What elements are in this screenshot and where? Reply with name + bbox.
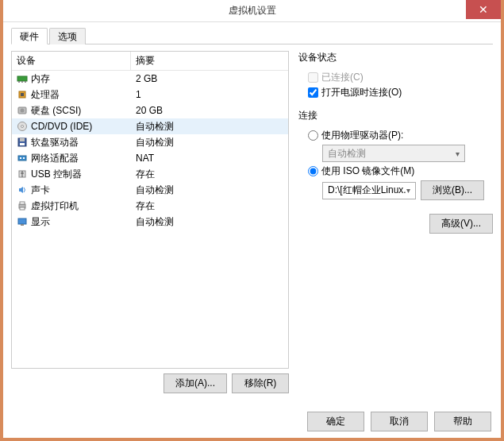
hardware-row[interactable]: 虚拟打印机存在 <box>12 198 288 214</box>
use-iso-label: 使用 ISO 镜像文件(M) <box>321 164 414 178</box>
left-button-row: 添加(A)... 移除(R) <box>11 373 289 393</box>
power-on-connect-checkbox[interactable]: 打开电源时连接(O) <box>308 86 491 99</box>
svg-rect-11 <box>20 138 25 141</box>
device-summary: 20 GB <box>131 105 288 116</box>
remove-button[interactable]: 移除(R) <box>232 373 289 393</box>
status-group-title: 设备状态 <box>298 51 493 64</box>
device-name: 声卡 <box>31 184 50 197</box>
display-icon <box>17 216 28 227</box>
connection-group-body: 使用物理驱动器(P): 自动检测 ▾ 使用 ISO 镜像文件(M) D:\[红帽… <box>297 126 493 211</box>
hardware-list: 设备 摘要 内存2 GB处理器1硬盘 (SCSI)20 GBCD/DVD (ID… <box>11 51 289 369</box>
iso-path-select[interactable]: D:\[红帽企业Linux. ▾ <box>322 182 416 199</box>
hardware-row[interactable]: 硬盘 (SCSI)20 GB <box>12 103 288 118</box>
svg-rect-14 <box>20 157 21 159</box>
connected-label: 已连接(C) <box>321 71 364 84</box>
advanced-row: 高级(V)... <box>297 214 493 234</box>
help-button[interactable]: 帮助 <box>434 412 491 431</box>
cd-icon <box>17 121 28 132</box>
svg-rect-15 <box>23 157 25 159</box>
tab-options[interactable]: 选项 <box>49 28 86 44</box>
svg-point-7 <box>21 109 25 113</box>
device-name: 显示 <box>31 215 50 229</box>
disk-icon <box>17 105 28 116</box>
physical-drive-select: 自动检测 ▾ <box>322 145 465 162</box>
device-name: 软盘驱动器 <box>31 136 79 149</box>
svg-rect-13 <box>18 156 26 161</box>
col-summary-header[interactable]: 摘要 <box>131 52 288 70</box>
hardware-row[interactable]: 声卡自动检测 <box>12 182 288 198</box>
svg-rect-18 <box>20 202 25 204</box>
hardware-list-header: 设备 摘要 <box>12 52 288 71</box>
add-button[interactable]: 添加(A)... <box>164 373 227 393</box>
power-on-connect-input[interactable] <box>308 87 318 98</box>
use-iso-radio[interactable]: 使用 ISO 镜像文件(M) <box>308 164 491 178</box>
svg-rect-20 <box>18 219 26 224</box>
svg-rect-3 <box>25 81 26 83</box>
usb-icon <box>17 168 28 180</box>
device-name: 虚拟打印机 <box>31 199 79 213</box>
device-name: USB 控制器 <box>31 168 82 181</box>
memory-icon <box>17 73 28 84</box>
hardware-list-body: 内存2 GB处理器1硬盘 (SCSI)20 GBCD/DVD (IDE)自动检测… <box>12 71 288 230</box>
device-name: 硬盘 (SCSI) <box>31 104 81 118</box>
close-button[interactable]: ✕ <box>466 0 501 19</box>
device-summary: 存在 <box>131 199 288 213</box>
use-physical-radio-input[interactable] <box>308 130 318 141</box>
settings-window: 虚拟机设置 ✕ 硬件 选项 设备 摘要 内存2 GB处理器1硬盘 (SCSI)2… <box>3 0 501 438</box>
device-name: CD/DVD (IDE) <box>31 121 92 132</box>
svg-rect-19 <box>20 207 25 210</box>
hardware-row[interactable]: 处理器1 <box>12 87 288 103</box>
iso-row: D:\[红帽企业Linux. ▾ 浏览(B)... <box>322 180 491 200</box>
titlebar: 虚拟机设置 ✕ <box>3 0 501 22</box>
ok-button[interactable]: 确定 <box>307 412 364 431</box>
device-name: 内存 <box>31 72 50 86</box>
device-summary: 自动检测 <box>131 136 288 149</box>
device-name: 处理器 <box>31 88 60 102</box>
power-on-connect-label: 打开电源时连接(O) <box>321 86 402 99</box>
main-row: 设备 摘要 内存2 GB处理器1硬盘 (SCSI)20 GBCD/DVD (ID… <box>11 51 493 393</box>
left-column: 设备 摘要 内存2 GB处理器1硬盘 (SCSI)20 GBCD/DVD (ID… <box>11 51 289 393</box>
svg-rect-2 <box>21 81 23 83</box>
iso-path-value: D:\[红帽企业Linux. <box>328 184 406 197</box>
svg-rect-1 <box>18 81 20 83</box>
cancel-button[interactable]: 取消 <box>371 412 428 431</box>
advanced-button[interactable]: 高级(V)... <box>429 214 493 234</box>
svg-rect-21 <box>21 224 24 226</box>
device-summary: 自动检测 <box>131 215 288 229</box>
printer-icon <box>17 200 28 211</box>
right-column: 设备状态 已连接(C) 打开电源时连接(O) 连接 使用物理驱动器( <box>297 51 493 393</box>
use-physical-radio[interactable]: 使用物理驱动器(P): <box>308 129 491 142</box>
hardware-row[interactable]: 内存2 GB <box>12 71 288 87</box>
col-device-header[interactable]: 设备 <box>12 52 131 70</box>
hardware-row[interactable]: USB 控制器存在 <box>12 166 288 182</box>
hardware-row[interactable]: CD/DVD (IDE)自动检测 <box>12 118 288 134</box>
footer-buttons: 确定 取消 帮助 <box>307 412 491 431</box>
device-summary: NAT <box>131 153 288 164</box>
status-group-body: 已连接(C) 打开电源时连接(O) <box>297 68 493 109</box>
close-icon: ✕ <box>479 3 488 16</box>
chevron-down-icon: ▾ <box>456 149 460 158</box>
browse-button[interactable]: 浏览(B)... <box>421 180 484 200</box>
tab-hardware[interactable]: 硬件 <box>11 28 48 44</box>
svg-rect-5 <box>21 93 24 96</box>
sound-icon <box>17 184 28 195</box>
svg-rect-12 <box>20 143 25 145</box>
connection-group-title: 连接 <box>298 109 493 122</box>
svg-rect-0 <box>17 76 27 81</box>
cpu-icon <box>17 89 28 100</box>
use-iso-radio-input[interactable] <box>308 166 318 176</box>
device-summary: 存在 <box>131 168 288 181</box>
device-summary: 自动检测 <box>131 120 288 133</box>
chevron-down-icon: ▾ <box>406 186 410 195</box>
connected-checkbox-input <box>308 72 318 83</box>
hardware-row[interactable]: 显示自动检测 <box>12 214 288 230</box>
svg-point-9 <box>21 126 24 128</box>
device-summary: 1 <box>131 89 288 100</box>
hardware-row[interactable]: 网络适配器NAT <box>12 150 288 166</box>
hardware-row[interactable]: 软盘驱动器自动检测 <box>12 134 288 150</box>
window-title: 虚拟机设置 <box>229 4 276 17</box>
device-name: 网络适配器 <box>31 152 79 165</box>
floppy-icon <box>17 137 28 148</box>
use-physical-label: 使用物理驱动器(P): <box>321 129 403 142</box>
device-summary: 自动检测 <box>131 184 288 197</box>
